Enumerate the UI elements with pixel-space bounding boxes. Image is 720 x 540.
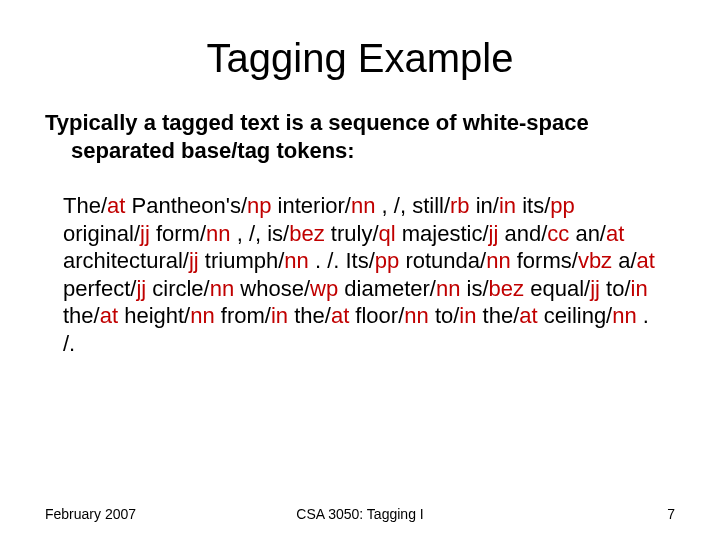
- token-tag: at: [331, 303, 349, 328]
- token-tag: in: [499, 193, 516, 218]
- slide-title: Tagging Example: [45, 36, 675, 81]
- token-tag: nn: [190, 303, 214, 328]
- token-word: , /, is/: [231, 221, 290, 246]
- token-word: is/: [460, 276, 488, 301]
- token-tag: at: [519, 303, 537, 328]
- token-word: the/: [476, 303, 519, 328]
- footer-date: February 2007: [45, 506, 136, 522]
- token-word: form/: [150, 221, 206, 246]
- token-word: and/: [498, 221, 547, 246]
- token-tag: nn: [612, 303, 636, 328]
- token-word: perfect/: [63, 276, 136, 301]
- token-word: forms/: [511, 248, 578, 273]
- token-tag: rb: [450, 193, 470, 218]
- token-word: , /, still/: [375, 193, 450, 218]
- token-tag: pp: [375, 248, 399, 273]
- token-tag: in: [271, 303, 288, 328]
- token-tag: nn: [206, 221, 230, 246]
- token-word: to/: [429, 303, 460, 328]
- token-tag: nn: [404, 303, 428, 328]
- token-word: in/: [470, 193, 499, 218]
- token-tag: nn: [486, 248, 510, 273]
- token-tag: jj: [189, 248, 199, 273]
- token-tag: at: [107, 193, 125, 218]
- token-word: interior/: [272, 193, 351, 218]
- token-word: equal/: [524, 276, 590, 301]
- token-tag: cc: [547, 221, 569, 246]
- token-tag: nn: [436, 276, 460, 301]
- token-word: The/: [63, 193, 107, 218]
- token-tag: vbz: [578, 248, 612, 273]
- token-tag: wp: [310, 276, 338, 301]
- token-word: majestic/: [396, 221, 489, 246]
- token-word: a/: [612, 248, 636, 273]
- token-tag: in: [459, 303, 476, 328]
- token-word: architectural/: [63, 248, 189, 273]
- footer-course: CSA 3050: Tagging I: [296, 506, 423, 522]
- token-tag: np: [247, 193, 271, 218]
- token-tag: jj: [136, 276, 146, 301]
- token-tag: pp: [550, 193, 574, 218]
- token-tag: at: [606, 221, 624, 246]
- token-tag: at: [100, 303, 118, 328]
- subtitle-text: Typically a tagged text is a sequence of…: [45, 109, 675, 164]
- token-tag: nn: [284, 248, 308, 273]
- token-word: ceiling/: [538, 303, 613, 328]
- token-tag: jj: [590, 276, 600, 301]
- token-word: rotunda/: [399, 248, 486, 273]
- token-tag: in: [631, 276, 648, 301]
- token-tag: nn: [210, 276, 234, 301]
- token-word: . /. Its/: [309, 248, 375, 273]
- token-word: to/: [600, 276, 631, 301]
- token-word: the/: [63, 303, 100, 328]
- token-word: Pantheon's/: [125, 193, 247, 218]
- slide-footer: February 2007 CSA 3050: Tagging I 7: [0, 506, 720, 522]
- token-word: the/: [288, 303, 331, 328]
- token-word: its/: [516, 193, 550, 218]
- token-word: triumph/: [199, 248, 285, 273]
- footer-page-number: 7: [667, 506, 675, 522]
- token-word: floor/: [349, 303, 404, 328]
- token-word: truly/: [325, 221, 379, 246]
- token-tag: ql: [379, 221, 396, 246]
- token-tag: bez: [289, 221, 324, 246]
- token-word: height/: [118, 303, 190, 328]
- token-word: from/: [215, 303, 271, 328]
- token-tag: nn: [351, 193, 375, 218]
- token-tag: bez: [489, 276, 524, 301]
- token-word: whose/: [234, 276, 310, 301]
- token-word: circle/: [146, 276, 210, 301]
- token-tag: jj: [489, 221, 499, 246]
- token-word: original/: [63, 221, 140, 246]
- slide: Tagging Example Typically a tagged text …: [0, 0, 720, 540]
- token-tag: at: [637, 248, 655, 273]
- token-word: an/: [569, 221, 606, 246]
- slide-subtitle: Typically a tagged text is a sequence of…: [45, 109, 675, 164]
- token-word: diameter/: [338, 276, 436, 301]
- token-tag: jj: [140, 221, 150, 246]
- tagged-text-block: The/at Pantheon's/np interior/nn , /, st…: [45, 192, 675, 357]
